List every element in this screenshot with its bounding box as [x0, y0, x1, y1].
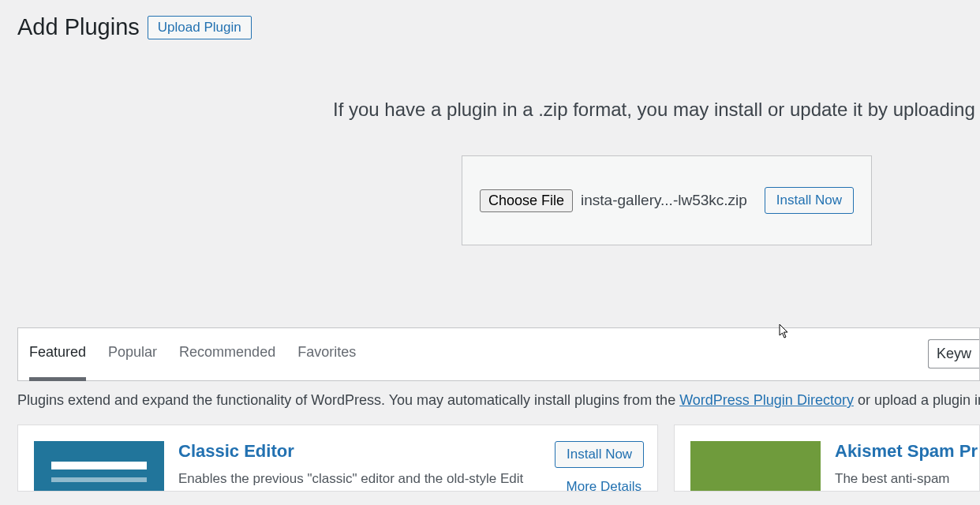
tab-popular[interactable]: Popular [97, 328, 168, 380]
plugin-name-link[interactable]: Classic Editor [178, 441, 540, 462]
plugin-actions: Install Now More Details [555, 441, 641, 475]
selected-file-name: insta-gallery...-lw53kc.zip [581, 192, 747, 209]
install-now-button[interactable]: Install Now [555, 441, 644, 468]
upload-form: Choose File insta-gallery...-lw53kc.zip … [462, 155, 872, 245]
plugin-icon [34, 441, 164, 492]
intro-suffix: or upload a plugin in .zip format by c [854, 392, 980, 408]
plugin-info: Akismet Spam Pr The best anti-spam prote [835, 441, 963, 475]
plugin-info: Classic Editor Enables the previous "cla… [178, 441, 540, 475]
filter-tabs: Featured Popular Recommended Favorites [18, 328, 367, 380]
page-title: Add Plugins [17, 14, 140, 40]
tab-featured[interactable]: Featured [18, 328, 97, 380]
upload-plugin-button[interactable]: Upload Plugin [148, 16, 252, 39]
plugin-description: Enables the previous "classic" editor an… [178, 469, 540, 488]
plugin-description: The best anti-spam prote [835, 469, 963, 492]
choose-file-button[interactable]: Choose File [480, 189, 573, 212]
upload-instructions: If you have a plugin in a .zip format, y… [0, 99, 980, 121]
filter-bar: Featured Popular Recommended Favorites K… [17, 327, 980, 381]
plugin-directory-link[interactable]: WordPress Plugin Directory [679, 392, 854, 408]
plugin-name-link[interactable]: Akismet Spam Pr [835, 441, 963, 462]
intro-prefix: Plugins extend and expand the functional… [17, 392, 679, 408]
more-details-link[interactable]: More Details [555, 479, 641, 492]
install-now-button[interactable]: Install Now [765, 187, 854, 214]
plugin-cards-row: Classic Editor Enables the previous "cla… [17, 425, 980, 492]
tab-recommended[interactable]: Recommended [168, 328, 286, 380]
plugin-card-classic-editor: Classic Editor Enables the previous "cla… [17, 425, 658, 492]
search-type-select[interactable]: Keyw [928, 339, 979, 368]
intro-text: Plugins extend and expand the functional… [17, 392, 980, 409]
plugin-icon: A [690, 441, 821, 492]
plugin-card-akismet: A Akismet Spam Pr The best anti-spam pro… [674, 425, 980, 492]
tab-favorites[interactable]: Favorites [286, 328, 367, 380]
